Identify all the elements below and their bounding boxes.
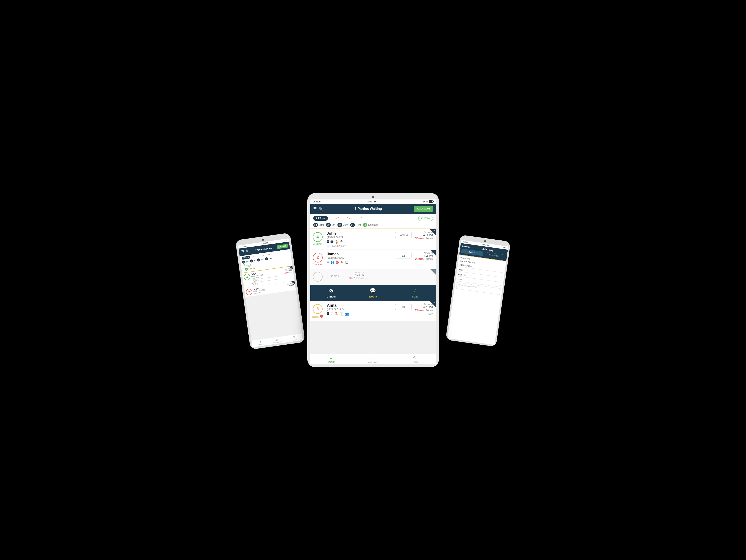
right-note-placeholder: Note or special requests... <box>458 283 477 288</box>
left-waitlist-icon: ≡ <box>259 340 261 343</box>
bottom-nav: ≡ Waitlist ⊟ Reservations ⏱ History <box>310 354 436 364</box>
chip-x0: x0 0m <box>326 223 335 227</box>
james-icons: ⠿ 👥 x2 🪑 ☑ <box>327 260 392 264</box>
left-battery: 12% <box>283 239 287 242</box>
filter-bar: All Tops 1 - 2 3 - 4 5+ ⚙ Filter x3 28m <box>310 214 436 229</box>
hamburger-icon[interactable]: ☰ <box>313 206 317 211</box>
chip-x3: x3 28m <box>313 223 324 227</box>
selected-indicator: 4 Selected <box>363 223 378 227</box>
john-table-area <box>394 229 413 250</box>
chip-badge-x3: x3 <box>313 223 318 227</box>
james-party-size: 2 <box>313 253 323 262</box>
left-corner-w-james <box>291 281 295 285</box>
right-battery: 13% <box>503 246 506 249</box>
app-header: ☰ 🔍 3 Parties Waiting ADD NEW <box>310 204 436 214</box>
chip-badge-x1: x1 <box>350 223 355 227</box>
entry-john[interactable]: W 4 Confirmed John (408) 909-6398 ⠿ x1 🪑… <box>310 229 436 250</box>
seat-label: Seat <box>412 295 418 298</box>
tab-1-2[interactable]: 1 - 2 <box>331 216 342 221</box>
left-circle-john: 4 <box>243 273 251 281</box>
james-left: 2 Cancelled <box>310 250 325 269</box>
tab-all-tops[interactable]: All Tops <box>313 216 328 221</box>
left-search-icon[interactable]: 🔍 <box>245 249 250 254</box>
john-badge-x1: x1 <box>331 241 334 243</box>
status-bar-right: 66% <box>423 200 433 203</box>
john-name: John <box>327 231 392 236</box>
right-cancel-button[interactable]: CANCEL <box>462 245 470 248</box>
anna-icon-group: ⠿ <box>327 312 329 316</box>
nav-reservations[interactable]: ⊟ Reservations <box>352 356 394 363</box>
add-new-button[interactable]: ADD NEW <box>413 206 433 212</box>
notify-label: Notify <box>369 295 377 298</box>
notify-icon: 💬 <box>370 288 376 294</box>
chip-badge-x2: x2 <box>338 223 342 227</box>
left-history-label: History <box>292 339 296 341</box>
search-icon[interactable]: 🔍 <box>319 207 323 211</box>
left-waitlist: 4 John (408) 909-6398 Confirmed Table # … <box>242 266 302 340</box>
right-wait-time-value: 5 min <box>457 278 462 281</box>
notify-action-button[interactable]: 💬 Notify <box>352 285 394 301</box>
john-left: 4 Confirmed <box>310 229 325 250</box>
filter-icon: ⚙ <box>421 217 423 220</box>
anna-status: Notified +1 <box>312 315 323 318</box>
wait-chips: x3 28m x0 0m x2 30m x1 24m <box>313 223 433 227</box>
left-tab-alltops[interactable]: All Tops <box>241 256 250 259</box>
nav-history[interactable]: ⏱ History <box>394 356 436 363</box>
john-note: 📄 Peanut Allergy <box>327 245 392 247</box>
anna-main: Anna (222) 222-2222 ⠿ ☑ 🪑 🍸 👥 <box>325 301 394 321</box>
left-waitlist-label: Waitlist <box>258 343 263 346</box>
seat-action-button[interactable]: ✓ Seat <box>394 285 436 301</box>
left-nav-reservations[interactable]: ⊟ Reservations <box>268 337 286 344</box>
left-chip-x0: x0 0m <box>250 259 256 263</box>
tab-3-4[interactable]: 3 - 4 <box>344 216 355 221</box>
header-title: 3 Parties Waiting <box>325 207 412 211</box>
swipe-table-input[interactable] <box>327 273 343 279</box>
james-table-area <box>394 250 413 269</box>
filter-button[interactable]: ⚙ Filter <box>418 216 433 221</box>
anna-wait-time: 24min / 10min <box>415 309 433 312</box>
left-tab-5plus[interactable]: 5+ <box>267 253 271 256</box>
john-wait-time: 30min / 10min <box>415 236 433 240</box>
left-nav-waitlist[interactable]: ≡ Waitlist <box>252 339 269 346</box>
cancel-action-button[interactable]: ⊘ Cancel <box>310 285 352 301</box>
john-table-input[interactable] <box>395 232 412 238</box>
anna-icon-check: ☑ <box>331 312 333 316</box>
nav-waitlist[interactable]: ≡ Waitlist <box>310 356 352 363</box>
chip-time-x0: 0m <box>332 223 335 226</box>
left-chip-x1: x1 24m <box>265 256 272 260</box>
swipe-actions: ⊘ Cancel 💬 Notify ✓ Seat <box>310 285 436 301</box>
left-tab-1-2[interactable]: 1 - 2 <box>251 255 258 258</box>
james-icon-group: ⠿ <box>327 260 329 264</box>
tablet-screen: Verizon 4:59 PM 66% ☰ 🔍 3 Parties Waitin… <box>310 199 436 364</box>
tab-5plus[interactable]: 5+ <box>358 216 366 221</box>
swipe-wait-time: 31min / 10min <box>347 276 365 280</box>
anna-table-input[interactable] <box>395 304 412 310</box>
status-bar: Verizon 4:59 PM 66% <box>310 199 436 204</box>
right-party-size-arrow: ▼ <box>500 279 502 281</box>
chip-time-x1: 24m <box>356 223 361 226</box>
left-add-new-button[interactable]: ADD NEW <box>277 244 288 249</box>
entry-swipe-row[interactable]: W Arrived at 4:14 PM 31min / 10min <box>310 269 436 285</box>
right-phone: Verizon 11:06 AM 13% CANCEL Add Party Wa… <box>446 234 511 347</box>
left-hamburger-icon[interactable]: ☰ <box>240 249 245 254</box>
left-tab-3-4[interactable]: 3 - 4 <box>259 254 265 257</box>
reservations-nav-label: Reservations <box>367 361 379 363</box>
james-table-input[interactable] <box>395 253 412 258</box>
entry-anna[interactable]: W 6 Notified +1 Anna (222) 222-2222 ⠿ ☑ … <box>310 301 436 321</box>
chip-badge-x0: x0 <box>326 223 331 227</box>
chip-x1: x1 24m <box>350 223 361 227</box>
waitlist-nav-label: Waitlist <box>328 361 335 363</box>
anna-icons: ⠿ ☑ 🪑 🍸 👥 <box>327 312 392 316</box>
left-nav-history[interactable]: ⏱ History <box>285 335 303 342</box>
left-phone-camera <box>262 239 264 241</box>
anna-icon-chair: 🪑 <box>335 312 339 316</box>
entry-james[interactable]: W 2 Cancelled James (262) 563-9863 ⠿ 👥 x… <box>310 250 436 269</box>
swipe-party-size <box>313 272 323 282</box>
left-corner-w-john <box>289 266 293 270</box>
left-chip-x3: x3 28m <box>242 260 249 263</box>
james-phone: (262) 563-9863 <box>327 256 392 259</box>
left-chip-x2: x2 30m <box>257 258 264 261</box>
anna-left: 6 Notified +1 <box>310 301 325 321</box>
reservations-nav-icon: ⊟ <box>371 356 375 360</box>
james-status: Cancelled <box>313 263 322 266</box>
